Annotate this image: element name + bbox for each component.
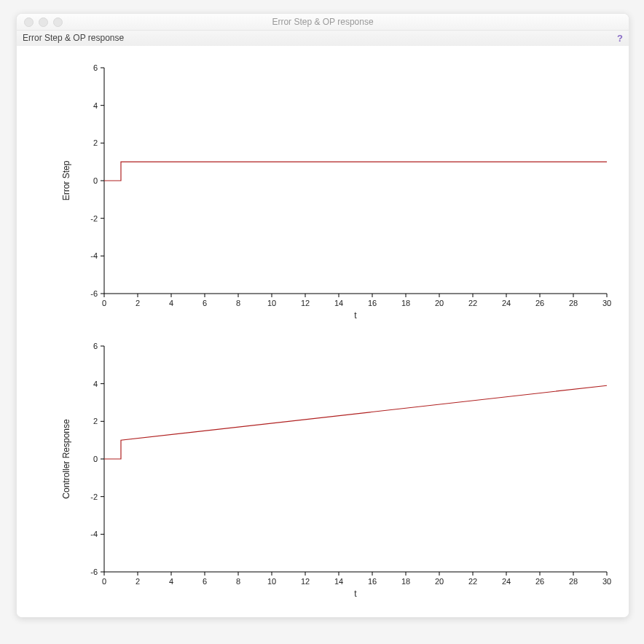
- close-icon[interactable]: [24, 17, 34, 27]
- svg-text:14: 14: [334, 299, 343, 307]
- svg-text:24: 24: [502, 299, 511, 307]
- svg-text:18: 18: [401, 577, 410, 586]
- svg-text:2: 2: [93, 138, 98, 147]
- svg-text:12: 12: [301, 577, 310, 586]
- svg-text:22: 22: [468, 299, 477, 307]
- zoom-icon[interactable]: [53, 17, 63, 27]
- svg-text:-6: -6: [90, 568, 98, 576]
- svg-text:18: 18: [401, 299, 410, 307]
- svg-text:0: 0: [102, 577, 106, 586]
- svg-text:4: 4: [93, 380, 98, 388]
- app-window: Error Step & OP response Error Step & OP…: [16, 13, 629, 618]
- svg-text:28: 28: [569, 299, 578, 307]
- svg-text:-4: -4: [90, 530, 98, 538]
- svg-text:10: 10: [267, 577, 276, 586]
- panel-header: Error Step & OP response ?: [17, 31, 629, 47]
- svg-text:26: 26: [535, 577, 544, 586]
- minimize-icon[interactable]: [39, 17, 48, 27]
- svg-text:t: t: [354, 310, 357, 321]
- svg-text:8: 8: [236, 577, 240, 586]
- series-controller-response: [104, 385, 607, 459]
- svg-text:4: 4: [169, 299, 173, 307]
- svg-text:0: 0: [102, 299, 106, 307]
- svg-text:6: 6: [203, 577, 207, 586]
- svg-text:-6: -6: [90, 289, 98, 298]
- svg-text:12: 12: [301, 299, 310, 307]
- window-titlebar: Error Step & OP response: [17, 14, 629, 31]
- window-title: Error Step & OP response: [17, 14, 629, 30]
- svg-text:6: 6: [203, 299, 207, 307]
- svg-text:14: 14: [334, 577, 343, 586]
- chart-error-step: -6-4-20246024681012141618202224262830tEr…: [17, 46, 629, 330]
- panel-title: Error Step & OP response: [23, 33, 124, 43]
- svg-text:4: 4: [169, 577, 173, 586]
- svg-text:22: 22: [468, 577, 477, 586]
- svg-text:30: 30: [602, 299, 611, 307]
- plot-area-container: -6-4-20246024681012141618202224262830tEr…: [17, 46, 629, 617]
- svg-text:6: 6: [93, 342, 98, 350]
- svg-text:20: 20: [435, 577, 444, 586]
- chart-controller-response: -6-4-20246024681012141618202224262830tCo…: [17, 324, 629, 608]
- svg-text:20: 20: [435, 299, 444, 307]
- svg-text:28: 28: [569, 577, 578, 586]
- series-error-step: [104, 162, 607, 181]
- svg-text:0: 0: [93, 455, 98, 463]
- svg-text:2: 2: [136, 299, 140, 307]
- svg-text:2: 2: [136, 577, 140, 586]
- svg-text:4: 4: [93, 101, 98, 110]
- svg-text:Error Step: Error Step: [61, 160, 71, 200]
- help-icon[interactable]: ?: [617, 33, 623, 44]
- svg-text:24: 24: [502, 577, 511, 586]
- svg-text:10: 10: [267, 299, 276, 307]
- svg-text:t: t: [354, 589, 357, 599]
- svg-text:-2: -2: [90, 214, 98, 223]
- svg-text:Controller Response: Controller Response: [61, 419, 71, 499]
- svg-text:26: 26: [535, 299, 544, 307]
- svg-text:30: 30: [602, 577, 611, 586]
- svg-text:16: 16: [368, 299, 377, 307]
- svg-text:-2: -2: [90, 492, 98, 501]
- svg-text:16: 16: [368, 577, 377, 586]
- svg-text:0: 0: [93, 176, 98, 185]
- svg-text:-4: -4: [90, 251, 98, 260]
- svg-text:8: 8: [236, 299, 240, 307]
- svg-text:6: 6: [93, 63, 98, 72]
- svg-text:2: 2: [93, 417, 98, 425]
- traffic-lights: [24, 17, 63, 27]
